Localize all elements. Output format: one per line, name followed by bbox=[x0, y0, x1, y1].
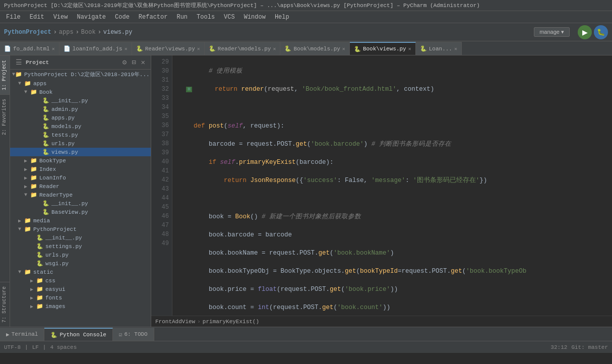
menu-tools[interactable]: Tools bbox=[193, 13, 219, 22]
python-console-label: Python Console bbox=[59, 332, 106, 338]
tree-item-name: urls.py bbox=[45, 252, 69, 258]
menu-vcs[interactable]: VCS bbox=[220, 13, 239, 22]
tree-pp-settings[interactable]: 🐍 settings.py bbox=[10, 242, 151, 251]
tree-root[interactable]: ▼ 📁 PythonProject D:\2定做区\2018-2019年... bbox=[10, 70, 151, 79]
tree-book-views[interactable]: 🐍 views.py bbox=[10, 148, 151, 156]
py-file-icon: 🐍 bbox=[36, 243, 43, 250]
tree-pp-init[interactable]: 🐍 __init__.py bbox=[10, 233, 151, 242]
bc-frontaddview[interactable]: FrontAddView bbox=[155, 319, 195, 325]
panel-expand-btn[interactable]: ☰ bbox=[14, 57, 24, 67]
tree-item-name: css bbox=[45, 278, 55, 284]
tree-item-name: __init__.py bbox=[45, 235, 82, 241]
tree-item-name: Book bbox=[39, 89, 52, 95]
close-icon[interactable]: ✕ bbox=[125, 46, 128, 52]
terminal-tab[interactable]: ▶ Terminal bbox=[0, 328, 44, 341]
tree-pp-wsgi[interactable]: 🐍 wsgi.py bbox=[10, 259, 151, 268]
tab-icon: 📄 bbox=[64, 45, 71, 52]
close-icon[interactable]: ✕ bbox=[342, 46, 345, 52]
terminal-icon: ▶ bbox=[6, 331, 10, 338]
close-icon[interactable]: ✕ bbox=[52, 46, 55, 52]
tree-static[interactable]: ▼ 📁 static bbox=[10, 268, 151, 276]
tree-book-urls[interactable]: 🐍 urls.py bbox=[10, 139, 151, 148]
tree-reader[interactable]: ▶ 📁 Reader bbox=[10, 182, 151, 191]
menu-navigate[interactable]: Navigate bbox=[73, 13, 110, 22]
bc-primarykeyexist[interactable]: primaryKeyExist() bbox=[203, 319, 259, 325]
tree-item-name: urls.py bbox=[51, 141, 75, 147]
tree-book-folder[interactable]: ▼ 📁 Book bbox=[10, 88, 151, 96]
run-button[interactable]: ▶ bbox=[578, 25, 592, 39]
line-num: 31 bbox=[151, 76, 169, 85]
menu-refactor[interactable]: Refactor bbox=[135, 13, 172, 22]
tab-reader-models[interactable]: 🐍 Reader\models.py ✕ bbox=[205, 42, 281, 55]
tree-book-admin[interactable]: 🐍 admin.py bbox=[10, 105, 151, 113]
menu-file[interactable]: File bbox=[2, 13, 25, 22]
menu-help[interactable]: Help bbox=[271, 13, 293, 22]
tab-fo-add[interactable]: 📄 fo_add.html ✕ bbox=[0, 42, 59, 55]
py-file-icon: 🐍 bbox=[42, 140, 49, 147]
tree-pp-urls[interactable]: 🐍 urls.py bbox=[10, 251, 151, 259]
tree-static-easyui[interactable]: ▶ 📁 easyui bbox=[10, 285, 151, 293]
python-console-tab[interactable]: 🐍 Python Console bbox=[44, 328, 112, 341]
code-line: # 使用模板 bbox=[178, 67, 612, 76]
tree-book-tests[interactable]: 🐍 tests.py bbox=[10, 131, 151, 139]
vtab-project[interactable]: 1: Project bbox=[0, 55, 10, 94]
tab-reader-views[interactable]: 🐍 Reader\views.py ✕ bbox=[132, 42, 205, 55]
close-icon[interactable]: ✕ bbox=[273, 46, 276, 52]
tab-bar: 📄 fo_add.html ✕ 📄 loanInfo_add.js ✕ 🐍 Re… bbox=[0, 41, 612, 55]
code-line: H return render(request, 'Book/book_fron… bbox=[178, 85, 612, 94]
tab-book-views[interactable]: 🐍 Book\views.py ✕ bbox=[350, 42, 416, 55]
editor-breadcrumb: FrontAddView › primaryKeyExist() bbox=[151, 316, 612, 327]
menu-view[interactable]: View bbox=[49, 13, 72, 22]
status-git: Git: master bbox=[571, 344, 608, 350]
menu-window[interactable]: Window bbox=[240, 13, 270, 22]
tab-book-models[interactable]: 🐍 Book\models.py ✕ bbox=[280, 42, 349, 55]
tree-apps[interactable]: ▼ 📁 apps bbox=[10, 79, 151, 88]
toolbar: PythonProject › apps › Book › views.py m… bbox=[0, 23, 612, 41]
code-content[interactable]: # 使用模板 H return render(request, 'Book/bo… bbox=[172, 55, 612, 316]
vtab-favorites[interactable]: 2: Favorites bbox=[0, 94, 10, 139]
folder-icon: 📁 bbox=[24, 217, 31, 224]
todo-tab[interactable]: ☑ 6: TODO bbox=[113, 328, 154, 341]
tab-icon: 🐍 bbox=[284, 45, 291, 52]
breadcrumb-book[interactable]: Book bbox=[81, 29, 96, 36]
status-line-ending: LF bbox=[32, 344, 39, 350]
manage-button[interactable]: manage ▾ bbox=[534, 27, 570, 37]
tree-media[interactable]: ▶ 📁 media bbox=[10, 216, 151, 225]
tree-readertype[interactable]: ▼ 📁 ReaderType bbox=[10, 191, 151, 199]
tree-loaninfo[interactable]: ▶ 📁 LoanInfo bbox=[10, 173, 151, 182]
panel-settings-btn[interactable]: ⚙ bbox=[121, 57, 128, 67]
menu-edit[interactable]: Edit bbox=[26, 13, 48, 22]
tree-item-name: __init__.py bbox=[51, 201, 88, 207]
debug-button[interactable]: 🐛 bbox=[594, 25, 608, 39]
tab-loaninfo-add[interactable]: 📄 loanInfo_add.js ✕ bbox=[59, 42, 132, 55]
tree-book-models[interactable]: 🐍 models.py bbox=[10, 122, 151, 131]
tree-book-apps[interactable]: 🐍 apps.py bbox=[10, 113, 151, 122]
breadcrumb-views[interactable]: views.py bbox=[103, 29, 133, 36]
tab-loan[interactable]: 🐍 Loan... ✕ bbox=[416, 42, 462, 55]
tree-static-fonts[interactable]: ▶ 📁 fonts bbox=[10, 293, 151, 302]
breadcrumb-project[interactable]: PythonProject bbox=[4, 29, 51, 36]
menu-code[interactable]: Code bbox=[111, 13, 134, 22]
close-icon[interactable]: ✕ bbox=[408, 46, 411, 52]
line-num: 43 bbox=[151, 185, 169, 194]
tree-static-images[interactable]: ▶ 📁 images bbox=[10, 302, 151, 311]
arrow-icon: ▶ bbox=[24, 166, 30, 172]
tree-booktype[interactable]: ▶ 📁 BookType bbox=[10, 156, 151, 165]
close-icon[interactable]: ✕ bbox=[454, 46, 457, 52]
panel-layout-btn[interactable]: ⊟ bbox=[130, 57, 137, 67]
breadcrumb-apps[interactable]: apps bbox=[59, 29, 74, 36]
tree-readertype-init[interactable]: 🐍 __init__.py bbox=[10, 199, 151, 208]
close-icon[interactable]: ✕ bbox=[197, 46, 200, 52]
arrow-icon: ▶ bbox=[18, 218, 24, 224]
tree-readertype-base[interactable]: 🐍 BaseView.py bbox=[10, 208, 151, 216]
tree-item-name: ReaderType bbox=[39, 192, 73, 198]
arrow-icon: ▶ bbox=[30, 295, 36, 301]
tree-pythonproject-config[interactable]: ▼ 📁 PythonProject bbox=[10, 225, 151, 233]
tree-book-init[interactable]: 🐍 __init__.py bbox=[10, 96, 151, 105]
menu-run[interactable]: Run bbox=[172, 13, 192, 22]
vtab-structure[interactable]: 7: Structure bbox=[0, 282, 10, 327]
tree-index[interactable]: ▶ 📁 Index bbox=[10, 165, 151, 173]
tab-label: Book\models.py bbox=[293, 46, 340, 52]
panel-close-btn[interactable]: ✕ bbox=[140, 57, 147, 67]
tree-static-css[interactable]: ▶ 📁 css bbox=[10, 276, 151, 285]
